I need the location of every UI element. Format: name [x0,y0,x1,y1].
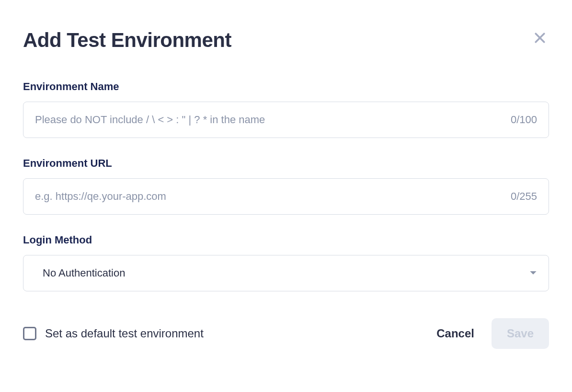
footer-actions: Cancel Save [435,318,549,349]
close-icon [533,31,547,46]
environment-name-input-wrapper: 0/100 [23,102,549,138]
environment-name-group: Environment Name 0/100 [23,81,549,138]
environment-url-input[interactable] [35,179,505,214]
login-method-selected-value: No Authentication [43,267,529,279]
save-button[interactable]: Save [492,318,549,349]
add-test-environment-modal: Add Test Environment Environment Name 0/… [0,0,572,372]
environment-name-input[interactable] [35,102,505,138]
cancel-button[interactable]: Cancel [435,323,476,344]
environment-url-counter: 0/255 [511,190,537,203]
modal-title: Add Test Environment [23,29,231,52]
login-method-select[interactable]: No Authentication [23,255,549,291]
login-method-group: Login Method No Authentication [23,234,549,291]
caret-down-icon [529,270,537,276]
close-button[interactable] [531,29,549,48]
default-env-checkbox-label: Set as default test environment [45,327,204,340]
login-method-label: Login Method [23,234,549,246]
default-env-checkbox-wrapper[interactable]: Set as default test environment [23,327,204,340]
default-env-checkbox[interactable] [23,327,36,340]
environment-name-label: Environment Name [23,81,549,93]
environment-url-group: Environment URL 0/255 [23,157,549,215]
modal-header: Add Test Environment [23,29,549,52]
environment-url-input-wrapper: 0/255 [23,178,549,215]
modal-footer: Set as default test environment Cancel S… [23,318,549,349]
environment-name-counter: 0/100 [511,114,537,126]
environment-url-label: Environment URL [23,157,549,170]
